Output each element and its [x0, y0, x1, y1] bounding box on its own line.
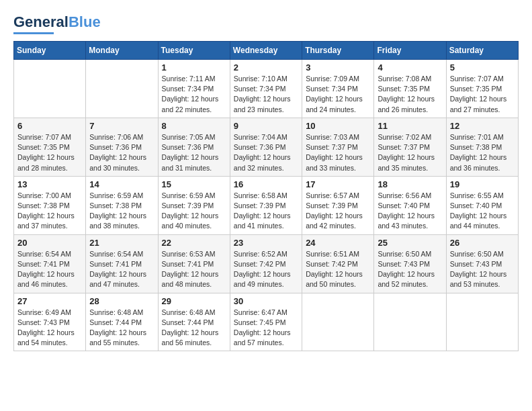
- day-number: 20: [17, 238, 82, 248]
- day-info: Sunrise: 6:48 AM Sunset: 7:44 PM Dayligh…: [162, 308, 226, 349]
- day-number: 25: [378, 238, 442, 248]
- day-number: 26: [450, 238, 515, 248]
- day-number: 1: [162, 62, 226, 73]
- calendar-week-row: 1Sunrise: 7:11 AM Sunset: 7:34 PM Daylig…: [14, 60, 519, 118]
- calendar-cell: 15Sunrise: 6:59 AM Sunset: 7:39 PM Dayli…: [158, 176, 230, 234]
- day-info: Sunrise: 6:59 AM Sunset: 7:39 PM Dayligh…: [162, 191, 226, 232]
- day-info: Sunrise: 7:02 AM Sunset: 7:37 PM Dayligh…: [378, 132, 442, 173]
- calendar-cell: 21Sunrise: 6:54 AM Sunset: 7:41 PM Dayli…: [86, 234, 158, 293]
- day-info: Sunrise: 6:59 AM Sunset: 7:38 PM Dayligh…: [89, 191, 154, 232]
- day-info: Sunrise: 6:52 AM Sunset: 7:42 PM Dayligh…: [234, 249, 298, 290]
- calendar-cell: 29Sunrise: 6:48 AM Sunset: 7:44 PM Dayli…: [158, 293, 230, 351]
- weekday-header-wednesday: Wednesday: [230, 42, 302, 60]
- calendar-week-row: 27Sunrise: 6:49 AM Sunset: 7:43 PM Dayli…: [14, 293, 519, 351]
- calendar-cell: 19Sunrise: 6:55 AM Sunset: 7:40 PM Dayli…: [446, 176, 518, 234]
- day-number: 8: [162, 121, 226, 131]
- day-info: Sunrise: 6:48 AM Sunset: 7:44 PM Dayligh…: [89, 308, 154, 349]
- day-number: 11: [378, 121, 442, 131]
- weekday-header-sunday: Sunday: [14, 42, 86, 60]
- day-number: 10: [306, 121, 370, 131]
- calendar-cell: 30Sunrise: 6:47 AM Sunset: 7:45 PM Dayli…: [230, 293, 302, 351]
- day-info: Sunrise: 6:51 AM Sunset: 7:42 PM Dayligh…: [306, 249, 370, 290]
- day-number: 12: [450, 121, 515, 131]
- calendar-header-row: SundayMondayTuesdayWednesdayThursdayFrid…: [14, 42, 519, 60]
- calendar-cell: 20Sunrise: 6:54 AM Sunset: 7:41 PM Dayli…: [14, 234, 86, 293]
- calendar-week-row: 6Sunrise: 7:07 AM Sunset: 7:35 PM Daylig…: [14, 118, 519, 176]
- calendar-cell: [14, 60, 86, 118]
- calendar-cell: 13Sunrise: 7:00 AM Sunset: 7:38 PM Dayli…: [14, 176, 86, 234]
- day-number: 27: [17, 296, 82, 306]
- day-number: 18: [378, 179, 442, 189]
- day-number: 13: [17, 179, 82, 189]
- day-info: Sunrise: 7:07 AM Sunset: 7:35 PM Dayligh…: [17, 132, 82, 173]
- calendar-cell: 24Sunrise: 6:51 AM Sunset: 7:42 PM Dayli…: [302, 234, 374, 293]
- day-info: Sunrise: 6:54 AM Sunset: 7:41 PM Dayligh…: [89, 249, 154, 290]
- day-number: 24: [306, 238, 370, 248]
- day-info: Sunrise: 6:58 AM Sunset: 7:39 PM Dayligh…: [234, 191, 298, 232]
- calendar-cell: 28Sunrise: 6:48 AM Sunset: 7:44 PM Dayli…: [86, 293, 158, 351]
- calendar-cell: 2Sunrise: 7:10 AM Sunset: 7:34 PM Daylig…: [230, 60, 302, 118]
- calendar-cell: 26Sunrise: 6:50 AM Sunset: 7:43 PM Dayli…: [446, 234, 518, 293]
- day-number: 7: [89, 121, 154, 131]
- day-info: Sunrise: 7:11 AM Sunset: 7:34 PM Dayligh…: [162, 74, 226, 115]
- calendar-cell: 7Sunrise: 7:06 AM Sunset: 7:36 PM Daylig…: [86, 118, 158, 176]
- calendar-cell: 27Sunrise: 6:49 AM Sunset: 7:43 PM Dayli…: [14, 293, 86, 351]
- calendar-cell: 6Sunrise: 7:07 AM Sunset: 7:35 PM Daylig…: [14, 118, 86, 176]
- weekday-header-saturday: Saturday: [446, 42, 518, 60]
- calendar-cell: 22Sunrise: 6:53 AM Sunset: 7:41 PM Dayli…: [158, 234, 230, 293]
- day-number: 9: [234, 121, 298, 131]
- calendar-cell: [374, 293, 446, 351]
- day-number: 3: [306, 62, 370, 73]
- day-info: Sunrise: 6:49 AM Sunset: 7:43 PM Dayligh…: [17, 308, 82, 349]
- day-info: Sunrise: 7:04 AM Sunset: 7:36 PM Dayligh…: [234, 132, 298, 173]
- day-number: 15: [162, 179, 226, 189]
- logo: General Blue: [13, 13, 101, 34]
- day-info: Sunrise: 7:08 AM Sunset: 7:35 PM Dayligh…: [378, 74, 442, 115]
- day-info: Sunrise: 7:06 AM Sunset: 7:36 PM Dayligh…: [89, 132, 154, 173]
- calendar-cell: 5Sunrise: 7:07 AM Sunset: 7:35 PM Daylig…: [446, 60, 518, 118]
- day-info: Sunrise: 6:55 AM Sunset: 7:40 PM Dayligh…: [450, 191, 515, 232]
- calendar-week-row: 13Sunrise: 7:00 AM Sunset: 7:38 PM Dayli…: [14, 176, 519, 234]
- day-info: Sunrise: 6:50 AM Sunset: 7:43 PM Dayligh…: [378, 249, 442, 290]
- day-info: Sunrise: 6:56 AM Sunset: 7:40 PM Dayligh…: [378, 191, 442, 232]
- logo-underline: [13, 32, 54, 34]
- day-info: Sunrise: 6:54 AM Sunset: 7:41 PM Dayligh…: [17, 249, 82, 290]
- calendar-cell: 11Sunrise: 7:02 AM Sunset: 7:37 PM Dayli…: [374, 118, 446, 176]
- weekday-header-tuesday: Tuesday: [158, 42, 230, 60]
- calendar-cell: 18Sunrise: 6:56 AM Sunset: 7:40 PM Dayli…: [374, 176, 446, 234]
- calendar-body: 1Sunrise: 7:11 AM Sunset: 7:34 PM Daylig…: [14, 60, 519, 351]
- day-info: Sunrise: 6:50 AM Sunset: 7:43 PM Dayligh…: [450, 249, 515, 290]
- day-number: 2: [234, 62, 298, 73]
- day-info: Sunrise: 6:53 AM Sunset: 7:41 PM Dayligh…: [162, 249, 226, 290]
- day-number: 5: [450, 62, 515, 73]
- calendar-cell: 4Sunrise: 7:08 AM Sunset: 7:35 PM Daylig…: [374, 60, 446, 118]
- day-number: 19: [450, 179, 515, 189]
- calendar-cell: 10Sunrise: 7:03 AM Sunset: 7:37 PM Dayli…: [302, 118, 374, 176]
- calendar-cell: [86, 60, 158, 118]
- calendar-cell: 25Sunrise: 6:50 AM Sunset: 7:43 PM Dayli…: [374, 234, 446, 293]
- weekday-header-thursday: Thursday: [302, 42, 374, 60]
- calendar-cell: 23Sunrise: 6:52 AM Sunset: 7:42 PM Dayli…: [230, 234, 302, 293]
- day-info: Sunrise: 7:03 AM Sunset: 7:37 PM Dayligh…: [306, 132, 370, 173]
- calendar-cell: 9Sunrise: 7:04 AM Sunset: 7:36 PM Daylig…: [230, 118, 302, 176]
- day-info: Sunrise: 6:47 AM Sunset: 7:45 PM Dayligh…: [234, 308, 298, 349]
- day-number: 14: [89, 179, 154, 189]
- logo-general: General: [13, 13, 69, 31]
- day-number: 16: [234, 179, 298, 189]
- day-info: Sunrise: 7:07 AM Sunset: 7:35 PM Dayligh…: [450, 74, 515, 115]
- calendar-cell: 17Sunrise: 6:57 AM Sunset: 7:39 PM Dayli…: [302, 176, 374, 234]
- calendar-cell: 12Sunrise: 7:01 AM Sunset: 7:38 PM Dayli…: [446, 118, 518, 176]
- day-number: 6: [17, 121, 82, 131]
- calendar-week-row: 20Sunrise: 6:54 AM Sunset: 7:41 PM Dayli…: [14, 234, 519, 293]
- day-info: Sunrise: 7:00 AM Sunset: 7:38 PM Dayligh…: [17, 191, 82, 232]
- day-info: Sunrise: 7:01 AM Sunset: 7:38 PM Dayligh…: [450, 132, 515, 173]
- logo-blue: Blue: [69, 13, 101, 31]
- calendar-cell: 16Sunrise: 6:58 AM Sunset: 7:39 PM Dayli…: [230, 176, 302, 234]
- day-number: 22: [162, 238, 226, 248]
- page-header: General Blue: [13, 13, 519, 34]
- calendar-cell: [446, 293, 518, 351]
- day-info: Sunrise: 7:05 AM Sunset: 7:36 PM Dayligh…: [162, 132, 226, 173]
- day-info: Sunrise: 7:09 AM Sunset: 7:34 PM Dayligh…: [306, 74, 370, 115]
- day-number: 30: [234, 296, 298, 306]
- day-number: 4: [378, 62, 442, 73]
